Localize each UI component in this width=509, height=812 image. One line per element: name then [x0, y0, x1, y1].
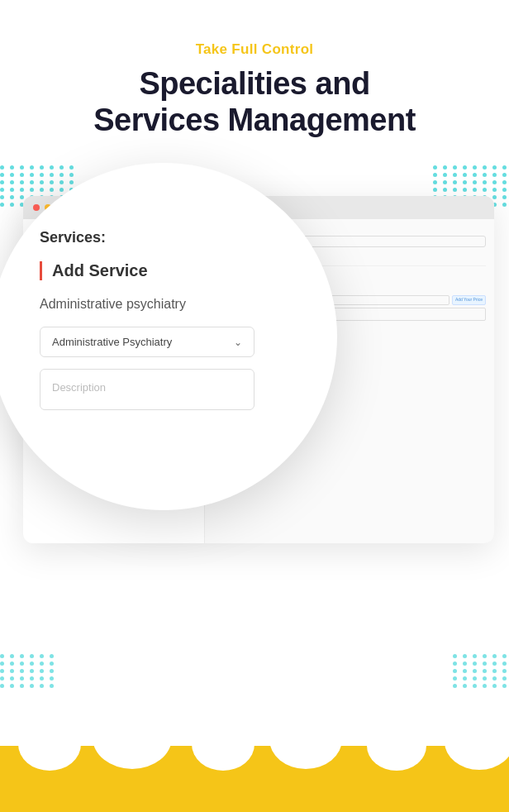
services-heading: Services: — [40, 229, 304, 246]
circle-zoom: Services: Add Service Administrative psy… — [0, 163, 337, 510]
title-line1: Specialities and — [139, 66, 369, 101]
add-service-heading: Add Service — [40, 261, 304, 280]
chevron-down-icon: ⌄ — [234, 337, 242, 348]
visual-area: Profile Settings Personal Details Add Sp… — [15, 171, 494, 609]
svg-rect-7 — [0, 713, 509, 746]
bottom-decoration — [0, 713, 509, 812]
dots-bottom-right — [453, 654, 509, 688]
mockup-add-price-btn[interactable]: Add Your Price — [452, 295, 486, 305]
hero-section: Take Full Control Specialities and Servi… — [0, 0, 509, 155]
dots-bottom-left — [0, 654, 56, 688]
page-wrapper: Take Full Control Specialities and Servi… — [0, 0, 509, 812]
admin-psychiatry-label: Administrative psychiatry — [40, 297, 304, 312]
dropdown-selected-value: Administrative Psychiatry — [52, 336, 172, 348]
description-textarea[interactable]: Description — [40, 369, 254, 410]
description-placeholder: Description — [52, 381, 106, 394]
dropdown-box[interactable]: Administrative Psychiatry ⌄ — [40, 327, 254, 357]
title-line2: Services Management — [93, 103, 416, 137]
traffic-light-red — [33, 204, 40, 211]
tagline: Take Full Control — [17, 41, 492, 58]
wave-svg — [0, 713, 509, 812]
main-title: Specialities and Services Management — [17, 66, 492, 138]
